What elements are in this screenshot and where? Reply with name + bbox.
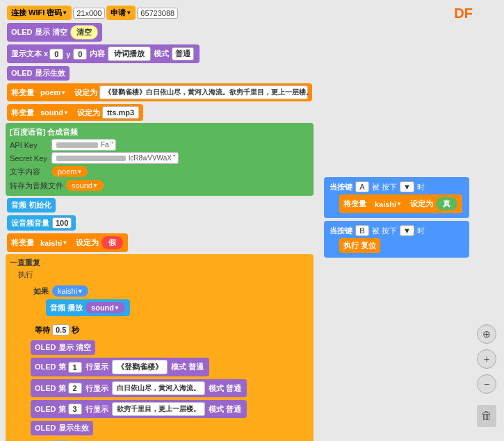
set-kaishi-false-block[interactable]: 将变量 kaishi 设定为 假 [7,233,128,252]
navigate-icon[interactable]: ⊕ [477,324,496,344]
text-content-label: 文字内容 [10,167,51,177]
baidu-tts-section: [百度语音] 合成音频 API Key Fa " Secret Key lcR8… [6,123,314,196]
sound-var2[interactable]: sound [66,180,104,191]
button-blocks: 当按键 A 被 按下 ▼ 时 将变量 kaishi 设定为 真 [324,177,469,258]
api-key-value[interactable]: Fa " [51,139,116,151]
oled-effect-block[interactable]: OLED 显示生效 [7,66,70,81]
button-b-pressed: 被 按下 [372,226,397,236]
button-b-time: 时 [417,226,425,236]
line1-num[interactable]: 1 [68,362,82,373]
button-a-body: 将变量 kaishi 设定为 真 [330,194,464,214]
api-key-row: API Key Fa " [10,139,309,151]
set-kaishi-true-block[interactable]: 将变量 kaishi 设定为 真 [339,194,462,213]
button-b-dropdown[interactable]: ▼ [400,225,414,236]
poem-text-block[interactable]: 《登鹳雀楼》白日依山尽，黄河入海流。欲穷千里目，更上一层楼。 [99,85,308,99]
wifi-block[interactable]: 连接 WIFI 密码 [7,6,72,20]
true-block[interactable]: 真 [436,197,457,210]
line3-text[interactable]: 欲穷千里目，更上一层楼。 [112,402,205,416]
poem-content[interactable]: 诗词播放 [108,47,151,61]
if-label: 如果 [33,286,49,297]
wait-val[interactable]: 0.5 [52,324,70,335]
secret-key-masked [56,156,126,161]
set-sound-block[interactable]: 将变量 sound 设定为 tts.mp3 [7,104,143,121]
wait-block[interactable]: 等待 0.5 秒 [31,322,83,338]
kaishi-var2[interactable]: kaishi [52,285,88,297]
sound-var3[interactable]: sound [86,302,125,313]
oled-clear1-oval[interactable]: 清空 [70,25,98,40]
trash-icon[interactable]: 🗑 [477,405,496,427]
wait2-row: 等待 0.5 秒 [29,438,309,441]
button-b-key[interactable]: B [355,225,369,236]
oled-effect2-block[interactable]: OLED 显示生效 [31,421,93,435]
oled-line1-row: OLED 第 1 行显示 《登鹳雀楼》 模式 普通 [29,357,309,377]
display-text-block[interactable]: 显示文本 x 0 y 0 内容 诗词播放 模式 普通 [7,44,200,63]
oled-clear2-row: OLED 显示 清空 [29,340,309,356]
secret-key-value[interactable]: lcR8wVVWaX " [51,152,179,164]
button-a-header: 当按键 A 被 按下 ▼ 时 [330,181,464,192]
if-block: 如果 kaishi 音频 播放 sound [29,281,309,320]
poem-var-block[interactable]: poem [35,87,72,98]
y-val[interactable]: 0 [73,49,87,60]
loop-header: 一直重复 [10,258,309,268]
line2-num[interactable]: 2 [68,383,82,394]
wifi-block-row: 连接 WIFI 密码 21x000 申请 65723088 [6,5,314,21]
button-a-key[interactable]: A [355,181,369,192]
oled-line2-block[interactable]: OLED 第 2 行显示 白日依山尽，黄河入海流。 模式 普通 [31,379,247,397]
baidu-tts-header: [百度语音] 合成音频 [10,127,309,138]
save-audio-row: 转存为音频文件 sound [10,179,309,192]
api-key-masked [56,142,98,148]
line2-text[interactable]: 白日依山尽，黄河入海流。 [112,381,205,395]
x-val[interactable]: 0 [49,49,63,60]
button-b-body: 执行 复位 [330,238,464,253]
line1-text[interactable]: 《登鹳雀楼》 [112,360,168,374]
set-volume-block[interactable]: 设音频音量 100 [7,215,76,231]
display-text-row: 显示文本 x 0 y 0 内容 诗词播放 模式 普通 [6,44,314,64]
button-b-block: 当按键 B 被 按下 ▼ 时 执行 复位 [324,221,469,258]
button-a-block: 当按键 A 被 按下 ▼ 时 将变量 kaishi 设定为 真 [324,177,469,218]
false-block[interactable]: 假 [101,236,123,249]
secret-key-label: Secret Key [10,154,51,163]
loop-body: 执行 如果 kaishi 音频 播放 sound [10,269,309,441]
reset-row: 执行 复位 [338,238,464,253]
top-blocks: 连接 WIFI 密码 21x000 申请 65723088 OLED 显示 清空… [6,3,314,441]
oled-line2-row: OLED 第 2 行显示 白日依山尽，黄河入海流。 模式 普通 [29,378,309,398]
oled-clear2-block[interactable]: OLED 显示 清空 [31,340,95,355]
oled-line3-row: OLED 第 3 行显示 欲穷千里目，更上一层楼。 模式 普通 [29,399,309,419]
kaishi-var3[interactable]: kaishi [369,199,407,210]
button-b-header: 当按键 B 被 按下 ▼ 时 [330,225,464,236]
wifi-status[interactable]: 申请 [106,6,136,20]
text-content-row: 文字内容 poem [10,165,309,178]
zoom-out-icon[interactable]: − [477,374,496,394]
loop-block: 一直重复 执行 如果 kaishi 音频 播放 [6,254,314,441]
line3-num[interactable]: 3 [68,403,82,415]
button-b-label: 当按键 [330,226,352,236]
volume-val[interactable]: 100 [52,217,72,228]
oled-effect-row: OLED 显示生效 [6,65,314,81]
set-poem-block[interactable]: 将变量 poem 设定为 《登鹳雀楼》白日依山尽，黄河入海流。欲穷千里目，更上一… [7,83,312,101]
button-a-dropdown[interactable]: ▼ [400,181,414,192]
button-a-label: 当按键 [330,182,352,192]
audio-play-block[interactable]: 音频 播放 sound [46,299,130,316]
oled-line3-block[interactable]: OLED 第 3 行显示 欲穷千里目，更上一层楼。 模式 普通 [31,400,247,418]
wait2-block[interactable]: 等待 0.5 秒 [31,438,83,441]
kaishi-var-label[interactable]: kaishi [35,238,73,249]
oled-clear1-block[interactable]: OLED 显示 清空 清空 [7,23,102,42]
wifi-num[interactable]: 65723088 [137,8,178,19]
wifi-value[interactable]: 21x000 [73,8,105,19]
reset-block[interactable]: 执行 复位 [339,238,380,253]
zoom-in-icon[interactable]: + [477,349,496,369]
audio-init-row: 音频 初始化 [6,197,314,213]
poem-var2[interactable]: poem [52,166,88,177]
mode-val[interactable]: 普通 [172,47,194,60]
save-audio-label: 转存为音频文件 [10,181,65,191]
if-body: 音频 播放 sound [33,299,305,317]
baidu-tts-label: [百度语音] 合成音频 [10,127,78,138]
secret-key-row: Secret Key lcR8wVVWaX " [10,152,309,164]
set-kaishi-true-row: 将变量 kaishi 设定为 真 [338,194,464,214]
set-volume-row: 设音频音量 100 [6,215,314,231]
sound-var-label[interactable]: sound [35,107,74,118]
sound-val-block[interactable]: tts.mp3 [102,106,139,119]
set-kaishi-false-row: 将变量 kaishi 设定为 假 [6,233,314,253]
oled-line1-block[interactable]: OLED 第 1 行显示 《登鹳雀楼》 模式 普通 [31,358,209,376]
audio-init-block[interactable]: 音频 初始化 [7,198,56,213]
